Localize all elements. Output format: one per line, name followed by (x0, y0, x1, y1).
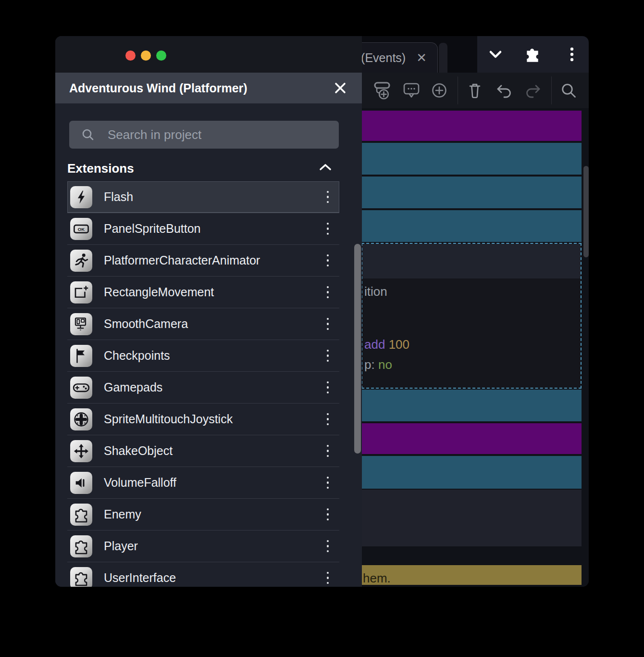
puzzle-icon (70, 567, 92, 587)
extension-row-enemy[interactable]: Enemy (67, 499, 339, 531)
kebab-menu-icon[interactable] (322, 282, 334, 303)
project-manager-drawer: Adventurous Wind (Platformer) Extensions… (55, 36, 362, 587)
drawer-titlebar: Adventurous Wind (Platformer) (55, 73, 362, 103)
event-block-selected[interactable]: itionadd 100p: no (361, 243, 582, 389)
event-list: itionadd 100p: nohem. (361, 111, 582, 585)
move-arrows-icon (70, 440, 92, 462)
app-window: (Events) ✕ (55, 36, 589, 587)
rectangle-plus-icon (70, 281, 92, 303)
event-block-purple[interactable] (361, 111, 582, 141)
event-block-teal[interactable] (361, 177, 582, 208)
search-icon[interactable] (558, 80, 579, 101)
extension-row-flash[interactable]: Flash (67, 181, 339, 213)
kebab-menu-icon[interactable] (322, 568, 334, 587)
comment-icon[interactable] (401, 80, 422, 101)
puzzle-icon (70, 535, 92, 557)
joystick-icon (70, 408, 92, 430)
toolbar-divider (551, 76, 552, 104)
puzzle-icon (70, 504, 92, 526)
gamepad-icon (70, 377, 92, 399)
kebab-menu-icon[interactable] (322, 505, 334, 525)
chevron-up-icon[interactable] (317, 161, 334, 176)
event-text-line1: ition (364, 284, 387, 299)
extension-list: Flash OK PanelSpriteButton PlatformerCha… (67, 181, 339, 587)
event-block-teal[interactable] (361, 456, 582, 489)
kebab-menu-icon[interactable] (322, 473, 334, 493)
extension-row-panelspritebutton[interactable]: OK PanelSpriteButton (67, 213, 339, 245)
extension-row-player[interactable]: Player (67, 531, 339, 562)
tab-events-label: (Events) (361, 51, 406, 65)
extension-row-shakeobject[interactable]: ShakeObject (67, 435, 339, 467)
extension-row-userinterface[interactable]: UserInterface (67, 562, 339, 587)
project-title: Adventurous Wind (Platformer) (69, 81, 248, 95)
search-icon (81, 127, 95, 142)
events-scrollbar-thumb[interactable] (583, 166, 589, 257)
kebab-menu-icon[interactable] (322, 536, 334, 556)
kebab-menu-icon[interactable] (322, 378, 334, 398)
undo-icon[interactable] (493, 80, 514, 101)
tab-divider-pill (439, 43, 447, 73)
close-icon[interactable] (333, 81, 347, 95)
extension-row-volumefalloff[interactable]: VolumeFalloff (67, 467, 339, 499)
kebab-menu-icon[interactable] (322, 409, 334, 430)
event-conditions-area[interactable] (362, 244, 581, 278)
kebab-menu-icon[interactable] (322, 251, 334, 271)
extension-row-smoothcamera[interactable]: SmoothCamera (67, 308, 339, 340)
section-extensions[interactable]: Extensions (67, 158, 339, 178)
camera-icon (70, 313, 92, 335)
extension-row-rectanglemovement[interactable]: RectangleMovement (67, 277, 339, 308)
extension-row-spritemultitouchjoystick[interactable]: SpriteMultitouchJoystick (67, 404, 339, 435)
flag-icon (70, 345, 92, 367)
kebab-menu-icon[interactable] (322, 441, 334, 461)
event-block-purple[interactable] (361, 423, 582, 454)
extension-row-checkpoints[interactable]: Checkpoints (67, 340, 339, 372)
event-block-dark[interactable] (361, 490, 582, 546)
event-text-line2: add 100 (364, 337, 409, 352)
event-block-teal[interactable] (361, 210, 582, 242)
kebab-menu-icon[interactable] (322, 219, 334, 239)
traffic-light-minimize[interactable] (141, 51, 151, 61)
extension-row-platformercharacteranimator[interactable]: PlatformerCharacterAnimator (67, 245, 339, 277)
svg-text:OK: OK (78, 226, 85, 231)
speaker-icon (70, 472, 92, 494)
add-circle-icon[interactable] (429, 80, 450, 101)
flash-icon (70, 186, 92, 208)
kebab-menu-icon[interactable] (322, 187, 334, 207)
trash-icon[interactable] (464, 80, 485, 101)
puzzle-piece-icon[interactable] (523, 45, 542, 64)
section-label: Extensions (67, 161, 134, 176)
kebab-menu-icon[interactable] (322, 346, 334, 366)
event-text-line3: p: no (364, 357, 392, 372)
traffic-light-close[interactable] (125, 51, 136, 61)
event-block-teal[interactable] (361, 143, 582, 175)
runner-icon (70, 250, 92, 272)
comment-text: hem. (363, 571, 391, 586)
event-block-comment[interactable]: hem. (361, 565, 582, 585)
event-block-teal[interactable] (361, 390, 582, 421)
kebab-menu-icon[interactable] (322, 314, 334, 334)
redo-icon[interactable] (523, 80, 544, 101)
tab-close-icon[interactable]: ✕ (416, 51, 427, 64)
top-nav-segment (477, 36, 589, 73)
traffic-light-zoom[interactable] (156, 51, 166, 61)
search-box (69, 121, 339, 149)
ok-button-icon: OK (70, 218, 92, 240)
search-input[interactable] (108, 127, 332, 142)
kebab-menu-icon[interactable] (562, 45, 582, 64)
add-subevent-icon[interactable] (372, 80, 393, 101)
window-chrome (55, 36, 362, 73)
drawer-scrollbar-thumb[interactable] (354, 244, 361, 454)
extension-row-gamepads[interactable]: Gamepads (67, 372, 339, 404)
chevron-down-icon[interactable] (486, 45, 505, 64)
toolbar-divider (458, 76, 458, 104)
